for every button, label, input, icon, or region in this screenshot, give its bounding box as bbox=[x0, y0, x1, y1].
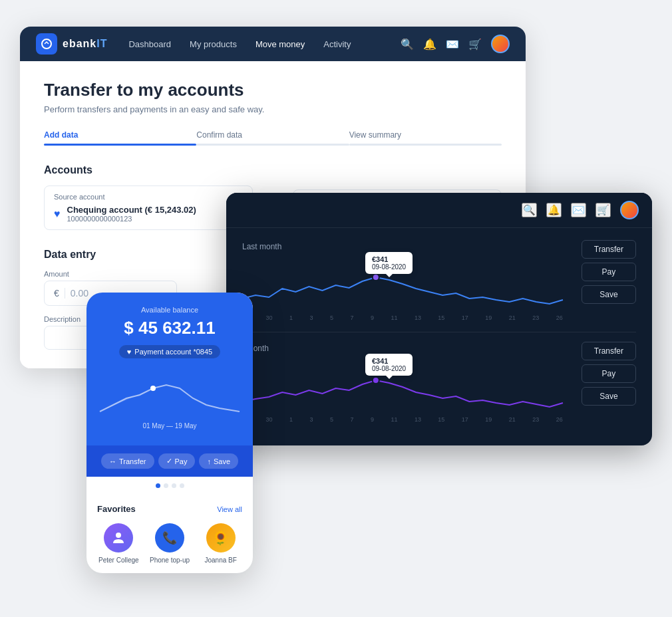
nav-move-money[interactable]: Move money bbox=[255, 39, 305, 49]
dark-navbar: 🔍 🔔 ✉️ 🛒 bbox=[226, 193, 652, 228]
step-add-data: Add data bbox=[44, 130, 196, 146]
nav-dashboard[interactable]: Dashboard bbox=[128, 39, 171, 49]
favorites-header: Favorites View all bbox=[97, 504, 242, 514]
favorites-title: Favorites bbox=[97, 504, 136, 514]
favorite-peter[interactable]: Peter College bbox=[97, 523, 140, 564]
step-view-summary-bar bbox=[349, 144, 502, 146]
desktop-navbar: ebankIT Dashboard My products Move money… bbox=[20, 27, 526, 61]
chart1-tooltip-date: 09-08-2020 bbox=[372, 263, 406, 271]
mobile-favorites-section: Favorites View all Peter College 📞 Phone… bbox=[86, 495, 253, 573]
dark-user-avatar[interactable] bbox=[620, 201, 639, 219]
chart1-actions: Transfer Pay Save bbox=[582, 240, 636, 304]
mail-icon[interactable]: ✉️ bbox=[446, 38, 459, 51]
source-account-select[interactable]: Source account ♥ Chequing account (€ 15,… bbox=[44, 185, 253, 230]
chart2-wrap: €341 09-08-2020 bbox=[242, 354, 563, 414]
dark-search-icon[interactable]: 🔍 bbox=[522, 203, 537, 217]
dot-4 bbox=[180, 483, 184, 488]
mobile-balance-amount: $ 45 632.11 bbox=[100, 318, 240, 338]
peter-name: Peter College bbox=[98, 556, 139, 564]
step-add-data-label: Add data bbox=[44, 130, 78, 140]
mobile-account-name: Payment account *0845 bbox=[134, 348, 212, 356]
mobile-card: Available balance $ 45 632.11 ♥ Payment … bbox=[86, 293, 253, 573]
chart2-tooltip-date: 09-08-2020 bbox=[372, 365, 406, 372]
favorite-phone[interactable]: 📞 Phone top-up bbox=[148, 523, 192, 564]
chart-section-2: t month €341 09-08-2020 29 30 1 3 5 7 bbox=[242, 342, 636, 423]
dark-cart-icon[interactable]: 🛒 bbox=[595, 203, 611, 217]
mobile-transfer-button[interactable]: ↔ Transfer bbox=[101, 453, 154, 469]
chart2-tooltip: €341 09-08-2020 bbox=[365, 354, 413, 376]
chart2-save-button[interactable]: Save bbox=[582, 387, 636, 406]
peter-avatar bbox=[104, 523, 133, 553]
dark-mail-icon[interactable]: ✉️ bbox=[571, 203, 586, 217]
heart-badge-icon: ♥ bbox=[127, 348, 132, 356]
mobile-balance-section: Available balance $ 45 632.11 ♥ Payment … bbox=[86, 293, 253, 445]
steps-progress: Add data Confirm data View summary bbox=[44, 130, 502, 146]
mobile-pay-button[interactable]: ✓ Pay bbox=[158, 453, 196, 469]
phone-name: Phone top-up bbox=[150, 556, 190, 564]
mobile-pagination-dots bbox=[86, 477, 253, 495]
save-icon: ↑ bbox=[207, 457, 211, 465]
nav-links: Dashboard My products Move money Activit… bbox=[128, 39, 401, 49]
logo[interactable]: ebankIT bbox=[36, 33, 107, 55]
phone-avatar: 📞 bbox=[155, 523, 184, 553]
source-account-text: Chequing account (€ 15,243.02) 100000000… bbox=[67, 205, 196, 223]
dot-3 bbox=[172, 483, 176, 488]
view-all-link[interactable]: View all bbox=[217, 505, 242, 513]
brand-name: ebankIT bbox=[63, 38, 107, 50]
dark-dashboard-card: 🔍 🔔 ✉️ 🛒 Last month €341 bbox=[226, 193, 652, 445]
section-divider bbox=[242, 332, 636, 332]
currency-symbol: € bbox=[54, 288, 65, 299]
source-account-name: Chequing account (€ 15,243.02) bbox=[67, 205, 196, 215]
nav-icons: 🔍 🔔 ✉️ 🛒 bbox=[401, 35, 510, 53]
svg-point-4 bbox=[116, 533, 121, 538]
page-subtitle: Perform transfers and payments in an eas… bbox=[44, 104, 502, 114]
source-account-number: 1000000000000123 bbox=[67, 215, 196, 223]
mobile-chart-area bbox=[100, 365, 240, 418]
favorite-joanna[interactable]: 🌻 Joanna BF bbox=[199, 523, 242, 564]
chart-section-1: Last month €341 09-08-2020 29 30 bbox=[242, 240, 636, 321]
chart1-tooltip: €341 09-08-2020 bbox=[365, 252, 413, 274]
svg-point-2 bbox=[373, 377, 379, 384]
chart1-pay-button[interactable]: Pay bbox=[582, 263, 636, 281]
chart2-axis: 29 30 1 3 5 7 9 11 13 15 17 19 21 23 26 bbox=[242, 416, 563, 423]
dot-1 bbox=[156, 483, 160, 488]
chart1-wrap: €341 09-08-2020 bbox=[242, 252, 563, 312]
source-account-inner: ♥ Chequing account (€ 15,243.02) 1000000… bbox=[54, 205, 243, 223]
user-avatar[interactable] bbox=[491, 35, 510, 53]
pay-icon: ✓ bbox=[166, 457, 172, 465]
bell-icon[interactable]: 🔔 bbox=[423, 38, 436, 51]
chart1-save-button[interactable]: Save bbox=[582, 285, 636, 304]
step-view-summary-label: View summary bbox=[349, 130, 401, 140]
accounts-section-title: Accounts bbox=[44, 164, 502, 176]
svg-point-1 bbox=[373, 274, 379, 281]
cart-icon[interactable]: 🛒 bbox=[468, 38, 482, 51]
source-account-info: ♥ Chequing account (€ 15,243.02) 1000000… bbox=[54, 205, 196, 223]
logo-icon bbox=[36, 33, 57, 55]
step-add-data-bar bbox=[44, 144, 196, 146]
chart2-tooltip-amount: €341 bbox=[372, 357, 406, 365]
heart-icon: ♥ bbox=[54, 208, 61, 220]
joanna-avatar: 🌻 bbox=[206, 523, 236, 553]
dark-bell-icon[interactable]: 🔔 bbox=[546, 203, 562, 217]
nav-activity[interactable]: Activity bbox=[323, 39, 351, 49]
chart2-actions: Transfer Pay Save bbox=[582, 342, 636, 406]
step-confirm-data-bar bbox=[196, 144, 349, 146]
search-icon[interactable]: 🔍 bbox=[401, 38, 414, 51]
chart1-transfer-button[interactable]: Transfer bbox=[582, 240, 636, 259]
chart2-pay-button[interactable]: Pay bbox=[582, 364, 636, 383]
step-view-summary: View summary bbox=[349, 130, 502, 146]
favorites-list: Peter College 📞 Phone top-up 🌻 Joanna BF bbox=[97, 523, 242, 564]
dark-main-content: Last month €341 09-08-2020 29 30 bbox=[226, 228, 652, 445]
mobile-save-button[interactable]: ↑ Save bbox=[199, 453, 238, 469]
source-account-label: Source account bbox=[54, 193, 243, 201]
mobile-actions: ↔ Transfer ✓ Pay ↑ Save bbox=[86, 445, 253, 477]
nav-my-products[interactable]: My products bbox=[190, 39, 237, 49]
chart1-tooltip-amount: €341 bbox=[372, 255, 406, 263]
svg-point-0 bbox=[42, 39, 51, 49]
step-confirm-data: Confirm data bbox=[196, 130, 349, 146]
dot-2 bbox=[164, 483, 168, 488]
transfer-icon: ↔ bbox=[109, 457, 116, 465]
chart2-transfer-button[interactable]: Transfer bbox=[582, 342, 636, 360]
page-title: Transfer to my accounts bbox=[44, 80, 502, 100]
chart1-axis: 29 30 1 3 5 7 9 11 13 15 17 19 21 23 26 bbox=[242, 314, 563, 321]
